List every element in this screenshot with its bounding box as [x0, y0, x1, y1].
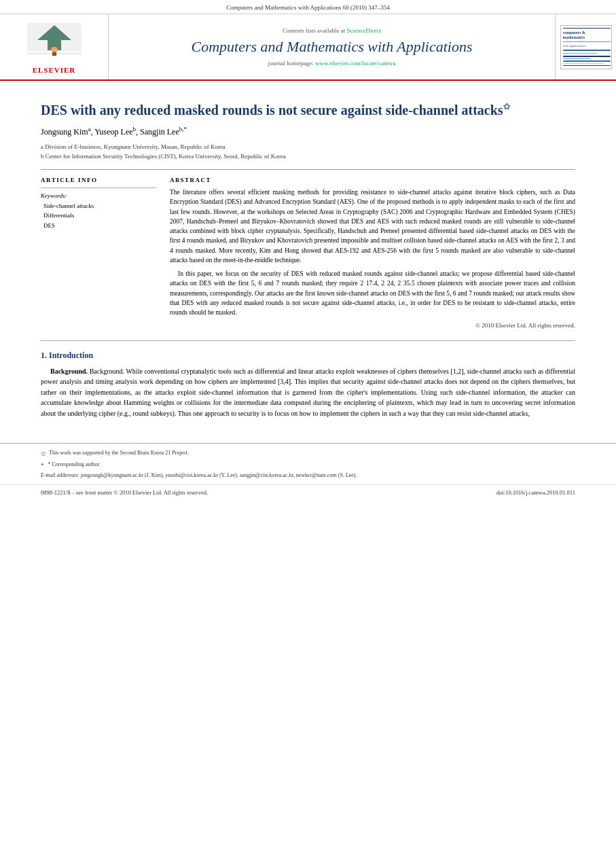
article-info-col: ARTICLE INFO Keywords: Side-channel atta…	[41, 177, 156, 331]
title-star: ✩	[503, 102, 510, 111]
abstract-text: The literature offers several efficient …	[170, 187, 575, 331]
intro-paragraph-1: Background. Background. While convention…	[41, 366, 575, 419]
email-text: E-mail addresses: jongsungk@kyungnam.ac.…	[41, 471, 357, 480]
keyword-1: Side-channel attacks	[43, 201, 156, 211]
homepage-url[interactable]: www.elsevier.com/locate/camwa	[315, 60, 395, 67]
thumb-text2: mathematics	[563, 35, 585, 39]
page-footer: ✩ This work was supported by the Second …	[0, 443, 616, 480]
journal-topbar: Computers and Mathematics with Applicati…	[0, 0, 616, 14]
page: Computers and Mathematics with Applicati…	[0, 0, 616, 841]
section-title-intro: 1. Introduction	[41, 351, 575, 361]
copyright: © 2010 Elsevier Ltd. All rights reserved…	[170, 321, 575, 331]
footnote-star: ✩ This work was supported by the Second …	[41, 449, 575, 459]
section-title-text: Introduction	[49, 351, 93, 360]
footnote-email: E-mail addresses: jongsungk@kyungnam.ac.…	[41, 471, 575, 480]
journal-header-right: computers & mathematics with application…	[555, 14, 616, 79]
affiliations: a Division of E-business, Kyungnam Unive…	[41, 143, 575, 161]
header-divider	[41, 169, 575, 170]
homepage-label: journal homepage:	[268, 60, 314, 67]
thumb-text1: computers &	[563, 31, 586, 35]
affil-a: a Division of E-business, Kyungnam Unive…	[41, 143, 575, 152]
elsevier-logo: ELSEVIER	[24, 20, 85, 74]
thumb-text3: with applications	[563, 44, 586, 48]
contents-label: Contents lists available at	[283, 27, 345, 34]
sciencedirect-link[interactable]: ScienceDirect	[347, 27, 381, 34]
elsevier-logo-svg	[24, 20, 85, 64]
corresponding-text: * Corresponding author.	[48, 461, 101, 470]
affil-b: b Center for Information Security Techno…	[41, 152, 575, 162]
article-info-divider	[41, 187, 156, 188]
journal-header: ELSEVIER Contents lists available at Sci…	[0, 14, 616, 81]
author-b2: Sangjin Leeb,*	[140, 127, 187, 137]
abstract-label: ABSTRACT	[170, 177, 575, 183]
section-number: 1.	[41, 351, 47, 360]
abstract-col: ABSTRACT The literature offers several e…	[170, 177, 575, 331]
journal-title: Computers and Mathematics with Applicati…	[192, 38, 473, 56]
keyword-2: Differentials	[43, 211, 156, 220]
homepage-line: journal homepage: www.elsevier.com/locat…	[268, 60, 396, 67]
article-info-label: ARTICLE INFO	[41, 177, 156, 183]
keywords-label: Keywords:	[41, 192, 156, 199]
two-col-layout: ARTICLE INFO Keywords: Side-channel atta…	[41, 177, 575, 331]
svg-point-3	[51, 47, 58, 52]
journal-header-center: Contents lists available at ScienceDirec…	[109, 14, 555, 79]
journal-thumb: computers & mathematics with application…	[560, 25, 612, 69]
footer-issn: 0898-1221/$ – see front matter © 2010 El…	[41, 489, 208, 496]
elsevier-brand-text: ELSEVIER	[33, 66, 76, 74]
journal-citation: Computers and Mathematics with Applicati…	[226, 4, 390, 11]
section-divider	[41, 340, 575, 341]
article-title: DES with any reduced masked rounds is no…	[41, 101, 575, 119]
authors-line: Jongsung Kima, Yuseop Leeb, Sangjin Leeb…	[41, 126, 575, 137]
intro-body: Background. Background. While convention…	[41, 366, 575, 419]
background-bold: Background.	[50, 368, 88, 375]
contents-line: Contents lists available at ScienceDirec…	[283, 27, 381, 34]
footnote-corresponding: * * Corresponding author.	[41, 461, 575, 470]
abstract-paragraph-1: The literature offers several efficient …	[170, 187, 575, 265]
author-b1: Yuseop Leeb	[94, 127, 136, 137]
abstract-paragraph-2: In this paper, we focus on the security …	[170, 269, 575, 317]
author-a: Jongsung Kima	[41, 127, 91, 137]
footer-doi: doi:10.1016/j.camwa.2010.01.011	[496, 489, 575, 496]
main-content: DES with any reduced masked rounds is no…	[0, 81, 616, 436]
footer-bottom: 0898-1221/$ – see front matter © 2010 El…	[0, 484, 616, 500]
footnote-star-text: This work was supported by the Second Br…	[49, 449, 189, 459]
keyword-3: DES	[43, 221, 156, 230]
journal-header-left: ELSEVIER	[0, 14, 109, 79]
